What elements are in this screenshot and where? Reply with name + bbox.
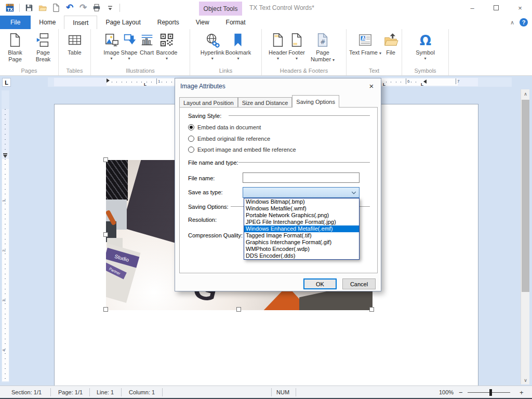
status-zoom-value[interactable]: 100% [439,386,454,398]
zoom-slider-thumb[interactable] [489,389,492,396]
maximize-button[interactable] [484,0,508,16]
ribbon-button-file[interactable]: File [382,31,399,66]
tab-stop-marker[interactable]: L [421,82,423,87]
save-type-option[interactable]: Tagged Image Format(.tif) [244,232,359,239]
top-indent-marker[interactable] [3,153,7,154]
dialog-close-button[interactable]: × [364,79,379,92]
symbol-icon: Ω [417,32,434,48]
help-icon[interactable]: ? [520,18,528,26]
resize-handle-bottom-left[interactable] [103,307,108,312]
tab-reports[interactable]: Reports [149,16,188,29]
ruler-number: 1 [156,78,160,84]
print-icon[interactable] [91,2,102,14]
tab-stop-marker[interactable]: L [383,82,385,87]
save-type-option[interactable]: JPEG File Interchange Format(.jpg) [244,219,359,225]
ribbon-button-blank-page[interactable]: Blank Page [2,31,29,66]
tab-view[interactable]: View [188,16,218,29]
ribbon-button-label: Shape [121,49,138,56]
zoom-out-button[interactable]: − [459,386,463,398]
zoom-slider-track[interactable] [468,392,510,393]
ribbon-button-page-number[interactable]: #Page Number ▾ [306,31,339,66]
shape-icon [121,32,138,48]
status-line[interactable]: Line: 1 [97,386,114,398]
save-icon[interactable] [23,2,35,14]
minimize-button[interactable]: – [460,0,484,16]
dialog-tabs: Layout and PositionSize and DistanceSavi… [179,96,339,108]
dialog-tab-saving-options[interactable]: Saving Options [292,95,339,108]
ribbon-group-buttons: Header▾Footer▾#Page Number ▾ [269,31,339,66]
tab-alignment-button[interactable]: L [2,78,11,87]
save-type-option[interactable]: Windows Bitmap(.bmp) [244,198,359,205]
vertical-scrollbar[interactable]: ∧ ∨ [521,89,529,384]
ribbon-button-image[interactable]: Image▾ [103,31,120,66]
tab-home[interactable]: Home [31,16,64,29]
undo-icon[interactable]: ↶ [64,2,75,14]
tab-page-layout[interactable]: Page Layout [97,16,149,29]
save-type-option[interactable]: Portable Network Graphics(.png) [244,212,359,219]
maximize-icon [494,5,499,10]
scrollbar-thumb[interactable] [522,100,529,292]
redo-icon[interactable]: ↷ [77,2,89,14]
open-icon[interactable] [37,2,48,14]
scroll-down-icon[interactable]: ∨ [521,376,530,384]
status-section[interactable]: Section: 1/1 [11,386,42,398]
collapse-ribbon-icon[interactable]: ∧ [510,19,514,26]
save-type-option[interactable]: Graphics Interchange Format(.gif) [244,239,359,246]
ribbon-button-shape[interactable]: Shape▾ [121,31,138,66]
resize-handle-top-left[interactable] [103,157,108,162]
save-type-option[interactable]: Windows Enhanced Metafile(.emf) [244,225,359,232]
top-indent-marker[interactable] [3,155,7,158]
close-button[interactable]: × [508,0,532,16]
ribbon-button-chart[interactable]: Chart [139,31,155,66]
ribbon-button-header[interactable]: Header▾ [269,31,287,66]
tab-format[interactable]: Format [218,16,254,29]
ribbon-button-footer[interactable]: Footer▾ [288,31,305,66]
save-type-option[interactable]: DDS Encoder(.dds) [244,252,359,259]
saving-style-label: Saving Style: [188,113,221,119]
ruler-number: 1 [2,200,6,202]
resize-handle-bottom-middle[interactable] [236,307,241,312]
save-type-option[interactable]: Windows Metafile(.wmf) [244,205,359,212]
ribbon-button-symbol[interactable]: ΩSymbol▾ [416,31,435,66]
ribbon-group-label: Illustrations [126,66,155,75]
ruler-number: 3 [2,299,6,301]
status-page[interactable]: Page: 1/1 [58,386,83,398]
resize-handle-middle-left[interactable] [103,232,108,237]
ok-button[interactable]: OK [303,278,337,289]
ribbon-group-headers-footers: Header▾Footer▾#Page Number ▾Headers & Fo… [262,29,347,75]
vertical-ruler[interactable]: 12345 [2,90,9,382]
bookmark-icon [230,32,246,48]
ribbon-group-buttons: Table [66,31,83,66]
radio-option-export-image-and-embed-file-reference[interactable]: Export image and embed file reference [188,147,296,153]
save-as-type-combobox[interactable] [243,187,360,198]
resize-handle-bottom-right[interactable] [369,307,374,312]
customize-toolbar-icon[interactable] [104,2,116,14]
status-column[interactable]: Column: 1 [129,386,155,398]
cancel-button[interactable]: Cancel [342,278,376,289]
first-line-indent-marker[interactable] [107,78,110,83]
ribbon-button-bookmark[interactable]: Bookmark▾ [225,31,251,66]
new-document-icon[interactable] [50,2,62,14]
tab-file[interactable]: File [0,16,31,29]
file-name-input[interactable] [243,172,360,183]
tab-insert[interactable]: Insert [64,16,97,29]
application-window: TX ↶ ↷ Object Tools TX Text Control Word… [0,0,532,399]
radio-option-embed-data-in-document[interactable]: Embed data in document [188,124,261,130]
dialog-tab-size-and-distance[interactable]: Size and Distance [238,97,292,108]
ribbon-button-text-frame[interactable]: AText Frame ▾ [349,31,381,66]
ribbon-button-page-break[interactable]: Page Break [30,31,57,66]
radio-option-embed-original-file-reference[interactable]: Embed original file reference [188,136,270,142]
ribbon-button-table[interactable]: Table [66,31,83,66]
dialog-tab-layout-and-position[interactable]: Layout and Position [179,97,238,108]
save-type-option[interactable]: WMPhoto Encoder(.wdp) [244,246,359,252]
scroll-up-icon[interactable]: ∧ [521,89,530,98]
ribbon-button-barcode[interactable]: Barcode▾ [156,31,178,66]
ribbon-button-hyperlink[interactable]: Hyperlink▾ [201,31,224,66]
right-indent-marker[interactable] [423,79,427,84]
tx-logo-icon[interactable]: TX [4,2,16,14]
ribbon-group-label: Links [219,66,233,75]
tab-stop-marker[interactable]: L [144,82,147,87]
dropdown-arrow-icon: ▾ [332,58,335,62]
dropdown-arrow-icon: ▾ [110,57,112,61]
zoom-in-button[interactable]: + [520,386,524,398]
